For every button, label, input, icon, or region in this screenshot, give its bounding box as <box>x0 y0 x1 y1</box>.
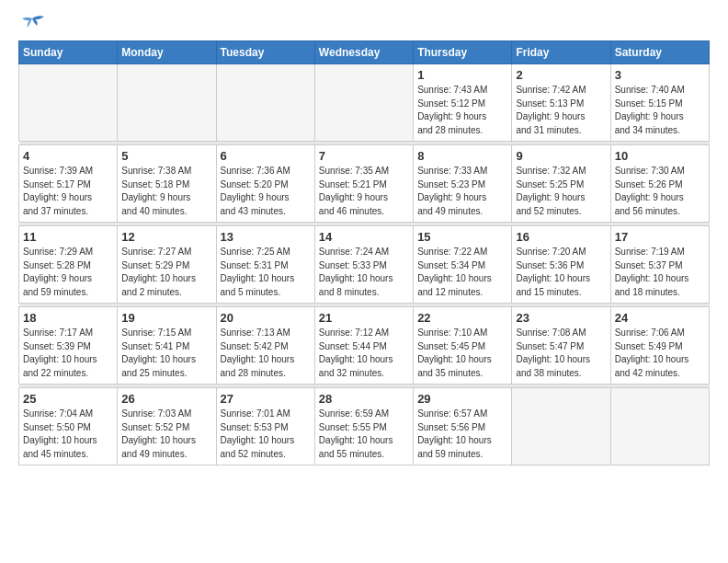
day-info: Sunrise: 7:10 AM Sunset: 5:45 PM Dayligh… <box>417 327 507 380</box>
day-number: 17 <box>615 230 705 244</box>
day-info: Sunrise: 7:27 AM Sunset: 5:29 PM Dayligh… <box>121 246 211 299</box>
logo <box>18 15 50 35</box>
calendar-day: 19Sunrise: 7:15 AM Sunset: 5:41 PM Dayli… <box>118 307 216 385</box>
calendar-day <box>216 64 314 142</box>
weekday-header-saturday: Saturday <box>610 41 709 64</box>
day-info: Sunrise: 7:25 AM Sunset: 5:31 PM Dayligh… <box>221 246 311 299</box>
calendar-header: SundayMondayTuesdayWednesdayThursdayFrid… <box>19 41 710 64</box>
day-info: Sunrise: 7:24 AM Sunset: 5:33 PM Dayligh… <box>319 246 409 299</box>
header <box>18 15 710 35</box>
day-info: Sunrise: 7:43 AM Sunset: 5:12 PM Dayligh… <box>417 84 507 137</box>
calendar-day: 4Sunrise: 7:39 AM Sunset: 5:17 PM Daylig… <box>19 145 118 223</box>
calendar-day: 25Sunrise: 7:04 AM Sunset: 5:50 PM Dayli… <box>19 388 118 465</box>
day-info: Sunrise: 6:59 AM Sunset: 5:55 PM Dayligh… <box>319 408 409 461</box>
day-info: Sunrise: 7:08 AM Sunset: 5:47 PM Dayligh… <box>516 327 606 380</box>
day-number: 16 <box>516 230 606 244</box>
calendar-day <box>512 388 610 465</box>
day-info: Sunrise: 7:06 AM Sunset: 5:49 PM Dayligh… <box>615 327 705 380</box>
day-info: Sunrise: 7:04 AM Sunset: 5:50 PM Dayligh… <box>23 408 113 461</box>
day-info: Sunrise: 7:03 AM Sunset: 5:52 PM Dayligh… <box>121 408 211 461</box>
day-number: 22 <box>417 311 507 325</box>
day-number: 11 <box>23 230 113 244</box>
day-info: Sunrise: 7:30 AM Sunset: 5:26 PM Dayligh… <box>615 165 705 218</box>
calendar-week-row-1: 1Sunrise: 7:43 AM Sunset: 5:12 PM Daylig… <box>19 64 710 142</box>
day-info: Sunrise: 7:12 AM Sunset: 5:44 PM Dayligh… <box>319 327 409 380</box>
calendar-day: 27Sunrise: 7:01 AM Sunset: 5:53 PM Dayli… <box>216 388 314 465</box>
day-info: Sunrise: 7:29 AM Sunset: 5:28 PM Dayligh… <box>23 246 113 299</box>
day-info: Sunrise: 7:33 AM Sunset: 5:23 PM Dayligh… <box>417 165 507 218</box>
day-info: Sunrise: 7:42 AM Sunset: 5:13 PM Dayligh… <box>516 84 606 137</box>
calendar-day <box>610 388 709 465</box>
weekday-header-sunday: Sunday <box>19 41 118 64</box>
calendar-day: 17Sunrise: 7:19 AM Sunset: 5:37 PM Dayli… <box>610 226 709 304</box>
day-number: 10 <box>615 149 705 163</box>
calendar-day: 6Sunrise: 7:36 AM Sunset: 5:20 PM Daylig… <box>216 145 314 223</box>
calendar-day: 20Sunrise: 7:13 AM Sunset: 5:42 PM Dayli… <box>216 307 314 385</box>
day-number: 21 <box>319 311 409 325</box>
calendar-week-row-4: 18Sunrise: 7:17 AM Sunset: 5:39 PM Dayli… <box>19 307 710 385</box>
calendar-day: 22Sunrise: 7:10 AM Sunset: 5:45 PM Dayli… <box>414 307 512 385</box>
calendar-week-row-2: 4Sunrise: 7:39 AM Sunset: 5:17 PM Daylig… <box>19 145 710 223</box>
day-number: 29 <box>417 392 507 406</box>
day-number: 28 <box>319 392 409 406</box>
day-number: 18 <box>23 311 113 325</box>
weekday-header-tuesday: Tuesday <box>216 41 314 64</box>
day-info: Sunrise: 7:22 AM Sunset: 5:34 PM Dayligh… <box>417 246 507 299</box>
day-number: 3 <box>615 68 705 82</box>
calendar-day: 2Sunrise: 7:42 AM Sunset: 5:13 PM Daylig… <box>512 64 610 142</box>
day-info: Sunrise: 7:15 AM Sunset: 5:41 PM Dayligh… <box>121 327 211 380</box>
calendar-day: 12Sunrise: 7:27 AM Sunset: 5:29 PM Dayli… <box>118 226 216 304</box>
day-info: Sunrise: 7:13 AM Sunset: 5:42 PM Dayligh… <box>221 327 311 380</box>
calendar-day: 23Sunrise: 7:08 AM Sunset: 5:47 PM Dayli… <box>512 307 610 385</box>
day-number: 25 <box>23 392 113 406</box>
day-info: Sunrise: 7:01 AM Sunset: 5:53 PM Dayligh… <box>221 408 311 461</box>
weekday-header-wednesday: Wednesday <box>314 41 413 64</box>
logo-bird-icon <box>18 15 46 35</box>
day-number: 19 <box>121 311 211 325</box>
day-number: 14 <box>319 230 409 244</box>
calendar-table: SundayMondayTuesdayWednesdayThursdayFrid… <box>18 40 710 465</box>
day-number: 13 <box>221 230 311 244</box>
calendar-day: 11Sunrise: 7:29 AM Sunset: 5:28 PM Dayli… <box>19 226 118 304</box>
calendar-day: 7Sunrise: 7:35 AM Sunset: 5:21 PM Daylig… <box>314 145 413 223</box>
calendar-day: 3Sunrise: 7:40 AM Sunset: 5:15 PM Daylig… <box>610 64 709 142</box>
day-number: 1 <box>417 68 507 82</box>
calendar-day <box>314 64 413 142</box>
calendar-day: 26Sunrise: 7:03 AM Sunset: 5:52 PM Dayli… <box>118 388 216 465</box>
weekday-header-friday: Friday <box>512 41 610 64</box>
day-number: 5 <box>121 149 211 163</box>
calendar-day: 9Sunrise: 7:32 AM Sunset: 5:25 PM Daylig… <box>512 145 610 223</box>
day-info: Sunrise: 7:36 AM Sunset: 5:20 PM Dayligh… <box>221 165 311 218</box>
calendar-day <box>118 64 216 142</box>
day-number: 15 <box>417 230 507 244</box>
day-info: Sunrise: 7:20 AM Sunset: 5:36 PM Dayligh… <box>516 246 606 299</box>
day-number: 7 <box>319 149 409 163</box>
day-info: Sunrise: 7:32 AM Sunset: 5:25 PM Dayligh… <box>516 165 606 218</box>
calendar-day: 21Sunrise: 7:12 AM Sunset: 5:44 PM Dayli… <box>314 307 413 385</box>
day-number: 8 <box>417 149 507 163</box>
calendar-day: 10Sunrise: 7:30 AM Sunset: 5:26 PM Dayli… <box>610 145 709 223</box>
day-info: Sunrise: 7:39 AM Sunset: 5:17 PM Dayligh… <box>23 165 113 218</box>
calendar-body: 1Sunrise: 7:43 AM Sunset: 5:12 PM Daylig… <box>19 64 710 465</box>
calendar-day: 5Sunrise: 7:38 AM Sunset: 5:18 PM Daylig… <box>118 145 216 223</box>
calendar-week-row-3: 11Sunrise: 7:29 AM Sunset: 5:28 PM Dayli… <box>19 226 710 304</box>
calendar-day: 28Sunrise: 6:59 AM Sunset: 5:55 PM Dayli… <box>314 388 413 465</box>
calendar-day: 14Sunrise: 7:24 AM Sunset: 5:33 PM Dayli… <box>314 226 413 304</box>
day-info: Sunrise: 7:38 AM Sunset: 5:18 PM Dayligh… <box>121 165 211 218</box>
day-number: 4 <box>23 149 113 163</box>
day-number: 27 <box>221 392 311 406</box>
day-number: 12 <box>121 230 211 244</box>
weekday-header-thursday: Thursday <box>414 41 512 64</box>
day-info: Sunrise: 7:19 AM Sunset: 5:37 PM Dayligh… <box>615 246 705 299</box>
day-info: Sunrise: 6:57 AM Sunset: 5:56 PM Dayligh… <box>417 408 507 461</box>
calendar-day: 16Sunrise: 7:20 AM Sunset: 5:36 PM Dayli… <box>512 226 610 304</box>
day-info: Sunrise: 7:35 AM Sunset: 5:21 PM Dayligh… <box>319 165 409 218</box>
day-number: 26 <box>121 392 211 406</box>
calendar-container: SundayMondayTuesdayWednesdayThursdayFrid… <box>0 0 728 475</box>
day-number: 23 <box>516 311 606 325</box>
weekday-header-monday: Monday <box>118 41 216 64</box>
day-info: Sunrise: 7:17 AM Sunset: 5:39 PM Dayligh… <box>23 327 113 380</box>
calendar-day: 18Sunrise: 7:17 AM Sunset: 5:39 PM Dayli… <box>19 307 118 385</box>
calendar-day: 24Sunrise: 7:06 AM Sunset: 5:49 PM Dayli… <box>610 307 709 385</box>
day-info: Sunrise: 7:40 AM Sunset: 5:15 PM Dayligh… <box>615 84 705 137</box>
